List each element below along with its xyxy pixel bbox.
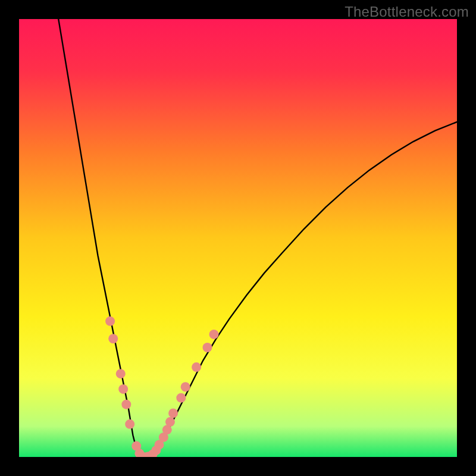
highlight-point bbox=[176, 393, 186, 403]
highlight-point bbox=[116, 369, 126, 378]
highlight-point bbox=[121, 400, 131, 409]
highlight-point bbox=[192, 362, 201, 372]
highlight-point bbox=[165, 417, 175, 427]
gradient-background bbox=[19, 19, 457, 457]
highlight-point bbox=[202, 343, 212, 352]
plot-area bbox=[19, 19, 457, 457]
highlight-point bbox=[118, 384, 128, 394]
highlight-point bbox=[181, 382, 190, 392]
highlight-point bbox=[125, 419, 134, 429]
highlight-point bbox=[105, 317, 115, 326]
watermark-text: TheBottleneck.com bbox=[345, 4, 469, 20]
highlight-point bbox=[209, 330, 219, 339]
bottleneck-chart bbox=[19, 19, 457, 457]
highlight-point bbox=[108, 334, 118, 343]
chart-frame: TheBottleneck.com bbox=[0, 0, 476, 476]
highlight-point bbox=[168, 408, 178, 418]
